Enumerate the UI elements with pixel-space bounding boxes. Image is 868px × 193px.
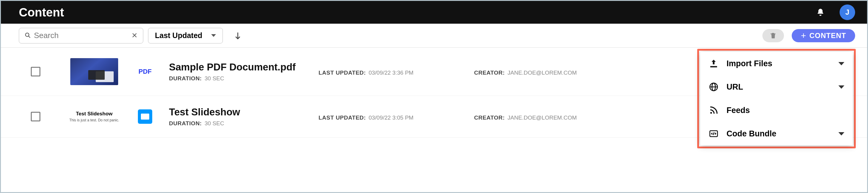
globe-icon — [709, 82, 719, 92]
code-icon — [709, 129, 719, 139]
svg-point-8 — [710, 112, 712, 114]
topbar: Content J — [1, 1, 867, 24]
dropdown-item-label: Code Bundle — [726, 129, 838, 138]
chevron-down-icon — [838, 85, 844, 89]
row-checkbox[interactable] — [31, 67, 40, 76]
duration-label: DURATION: — [169, 75, 202, 82]
updated-label: LAST UPDATED: — [318, 70, 366, 76]
toolbar: Last Updated + CONTENT — [1, 24, 867, 48]
creator-label: CREATOR: — [474, 114, 505, 121]
thumb-subtitle: This is just a test. Do not panic. — [69, 118, 119, 122]
duration-value: 30 SEC — [205, 120, 224, 127]
duration-value: 30 SEC — [205, 75, 224, 82]
search-icon — [25, 32, 31, 39]
dropdown-item-label: Feeds — [726, 106, 844, 115]
avatar[interactable]: J — [840, 4, 855, 20]
creator-label: CREATOR: — [474, 70, 505, 76]
chevron-down-icon — [838, 62, 844, 65]
creator-value: JANE.DOE@LOREM.COM — [507, 70, 577, 76]
updated-value: 03/09/22 3:05 PM — [369, 114, 413, 121]
dropdown-item-label: Import Files — [726, 59, 838, 68]
item-title: Sample PDF Document.pdf — [169, 61, 318, 73]
dropdown-item-label: URL — [726, 82, 838, 92]
add-content-button[interactable]: + CONTENT — [792, 29, 855, 42]
dropdown-item-code-bundle[interactable]: Code Bundle — [700, 122, 853, 145]
dropdown-item-url[interactable]: URL — [700, 75, 853, 99]
updated-label: LAST UPDATED: — [318, 114, 366, 121]
sort-select[interactable]: Last Updated — [148, 28, 223, 44]
dropdown-item-feeds[interactable]: Feeds — [700, 99, 853, 122]
updated-value: 03/09/22 3:36 PM — [369, 70, 413, 76]
content-dropdown-highlight: Import Files URL Feeds Code B — [697, 49, 856, 148]
search-input[interactable] — [34, 31, 131, 40]
svg-line-1 — [28, 36, 30, 37]
thumb-title: Test Slideshow — [69, 111, 119, 117]
content-dropdown: Import Files URL Feeds Code B — [700, 52, 853, 145]
duration-label: DURATION: — [169, 120, 202, 127]
upload-icon — [709, 58, 719, 68]
dropdown-item-import-files[interactable]: Import Files — [700, 52, 853, 75]
search-box[interactable] — [19, 28, 143, 44]
clear-icon[interactable] — [131, 32, 138, 39]
page-title: Content — [19, 6, 64, 19]
notifications-icon[interactable] — [816, 8, 825, 17]
sort-direction-button[interactable] — [234, 31, 242, 40]
avatar-initial: J — [845, 8, 849, 17]
sort-label: Last Updated — [155, 31, 202, 40]
delete-button[interactable] — [763, 29, 784, 42]
add-content-label: CONTENT — [809, 31, 846, 40]
row-checkbox[interactable] — [31, 112, 40, 121]
plus-icon: + — [801, 31, 806, 40]
pdf-badge: PDF — [138, 68, 152, 76]
svg-point-0 — [25, 33, 29, 36]
thumbnail: Test Slideshow This is just a test. Do n… — [58, 111, 130, 122]
slideshow-badge-icon — [138, 109, 152, 124]
svg-line-10 — [713, 133, 714, 135]
chevron-down-icon — [211, 34, 216, 37]
chevron-down-icon — [838, 132, 844, 135]
thumbnail — [58, 58, 130, 85]
item-title: Test Slideshow — [169, 106, 318, 118]
creator-value: JANE.DOE@LOREM.COM — [507, 114, 577, 121]
feed-icon — [709, 105, 719, 115]
